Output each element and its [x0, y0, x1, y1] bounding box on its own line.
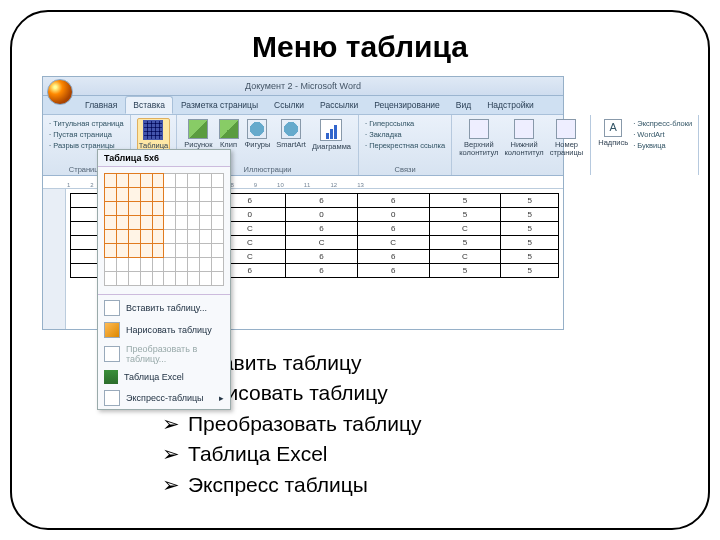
grid-cell[interactable]	[128, 272, 140, 286]
grid-cell[interactable]	[116, 258, 128, 272]
grid-cell[interactable]	[105, 258, 117, 272]
grid-cell[interactable]	[188, 188, 200, 202]
grid-cell[interactable]	[200, 188, 212, 202]
grid-cell[interactable]	[164, 258, 176, 272]
grid-cell[interactable]	[116, 188, 128, 202]
grid-cell[interactable]	[212, 244, 224, 258]
grid-cell[interactable]	[105, 230, 117, 244]
office-button[interactable]	[47, 79, 73, 105]
tab-4[interactable]: Рассылки	[312, 96, 366, 114]
ribbon-item[interactable]: · Титульная страница	[49, 118, 124, 129]
ribbon-item[interactable]: · Перекрестная ссылка	[365, 140, 445, 151]
grid-cell[interactable]	[164, 216, 176, 230]
grid-cell[interactable]	[176, 188, 188, 202]
textbox-button[interactable]: A Надпись	[597, 118, 629, 163]
grid-cell[interactable]	[164, 202, 176, 216]
illus-button-3[interactable]: SmartArt	[275, 118, 307, 163]
illus-button-2[interactable]: Фигуры	[244, 118, 272, 163]
tab-7[interactable]: Надстройки	[479, 96, 542, 114]
grid-cell[interactable]	[200, 174, 212, 188]
grid-cell[interactable]	[140, 272, 152, 286]
grid-cell[interactable]	[200, 216, 212, 230]
grid-cell[interactable]	[176, 174, 188, 188]
grid-cell[interactable]	[188, 174, 200, 188]
grid-cell[interactable]	[176, 216, 188, 230]
grid-cell[interactable]	[188, 258, 200, 272]
grid-cell[interactable]	[212, 258, 224, 272]
grid-cell[interactable]	[105, 244, 117, 258]
menu-item-1[interactable]: Нарисовать таблицу	[98, 319, 230, 341]
grid-cell[interactable]	[105, 202, 117, 216]
grid-cell[interactable]	[140, 244, 152, 258]
grid-cell[interactable]	[128, 202, 140, 216]
grid-cell[interactable]	[105, 174, 117, 188]
grid-cell[interactable]	[152, 272, 164, 286]
grid-cell[interactable]	[140, 258, 152, 272]
tab-5[interactable]: Рецензирование	[366, 96, 448, 114]
grid-cell[interactable]	[152, 188, 164, 202]
grid-cell[interactable]	[212, 188, 224, 202]
grid-cell[interactable]	[152, 202, 164, 216]
grid-cell[interactable]	[116, 244, 128, 258]
grid-cell[interactable]	[105, 188, 117, 202]
grid-cell[interactable]	[152, 258, 164, 272]
illus-button-4[interactable]: Диаграмма	[311, 118, 352, 163]
hf-button-2[interactable]: Номер страницы	[549, 118, 585, 163]
grid-cell[interactable]	[200, 230, 212, 244]
grid-cell[interactable]	[116, 272, 128, 286]
grid-cell[interactable]	[200, 202, 212, 216]
grid-cell[interactable]	[116, 202, 128, 216]
grid-cell[interactable]	[164, 230, 176, 244]
grid-cell[interactable]	[128, 244, 140, 258]
grid-cell[interactable]	[140, 188, 152, 202]
grid-cell[interactable]	[188, 244, 200, 258]
tab-3[interactable]: Ссылки	[266, 96, 312, 114]
grid-picker[interactable]	[98, 167, 230, 292]
grid-cell[interactable]	[176, 202, 188, 216]
grid-cell[interactable]	[152, 216, 164, 230]
grid-cell[interactable]	[200, 272, 212, 286]
grid-cell[interactable]	[200, 244, 212, 258]
grid-cell[interactable]	[128, 258, 140, 272]
grid-cell[interactable]	[188, 230, 200, 244]
menu-item-4[interactable]: Экспресс-таблицы▸	[98, 387, 230, 409]
grid-cell[interactable]	[212, 202, 224, 216]
grid-cell[interactable]	[176, 230, 188, 244]
tab-0[interactable]: Главная	[77, 96, 125, 114]
ribbon-item[interactable]: · Буквица	[633, 140, 692, 151]
grid-cell[interactable]	[116, 216, 128, 230]
grid-cell[interactable]	[116, 174, 128, 188]
grid-cell[interactable]	[140, 230, 152, 244]
grid-cell[interactable]	[128, 188, 140, 202]
grid-cell[interactable]	[128, 230, 140, 244]
grid-cell[interactable]	[188, 216, 200, 230]
grid-cell[interactable]	[105, 216, 117, 230]
grid-cell[interactable]	[140, 174, 152, 188]
grid-cell[interactable]	[212, 272, 224, 286]
grid-cell[interactable]	[116, 230, 128, 244]
hf-button-1[interactable]: Нижний колонтитул	[503, 118, 544, 163]
grid-cell[interactable]	[188, 272, 200, 286]
hf-button-0[interactable]: Верхний колонтитул	[458, 118, 499, 163]
grid-cell[interactable]	[164, 188, 176, 202]
grid-cell[interactable]	[128, 174, 140, 188]
grid-cell[interactable]	[164, 174, 176, 188]
grid-cell[interactable]	[105, 272, 117, 286]
ribbon-item[interactable]: · WordArt	[633, 129, 692, 140]
grid-cell[interactable]	[128, 216, 140, 230]
grid-cell[interactable]	[152, 230, 164, 244]
grid-cell[interactable]	[176, 258, 188, 272]
grid-cell[interactable]	[140, 202, 152, 216]
grid-cell[interactable]	[140, 216, 152, 230]
ribbon-item[interactable]: · Гиперссылка	[365, 118, 445, 129]
tab-1[interactable]: Вставка	[125, 96, 173, 114]
tab-2[interactable]: Разметка страницы	[173, 96, 266, 114]
grid-cell[interactable]	[212, 216, 224, 230]
grid-cell[interactable]	[152, 174, 164, 188]
grid-cell[interactable]	[164, 244, 176, 258]
grid-cell[interactable]	[212, 174, 224, 188]
grid-cell[interactable]	[188, 202, 200, 216]
grid-cell[interactable]	[164, 272, 176, 286]
grid-cell[interactable]	[212, 230, 224, 244]
grid-cell[interactable]	[200, 258, 212, 272]
